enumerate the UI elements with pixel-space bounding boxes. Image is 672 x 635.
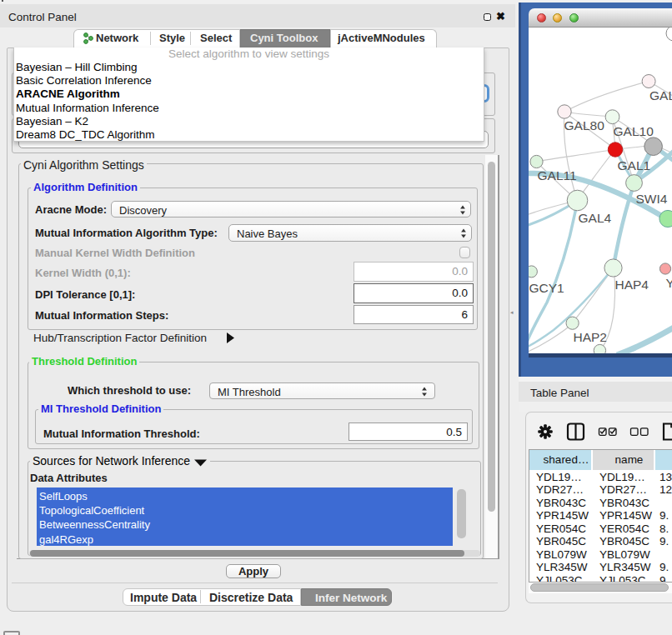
svg-text:GAL1: GAL1 — [618, 158, 651, 172]
svg-text:HAP2: HAP2 — [574, 330, 608, 344]
svg-text:SWI4: SWI4 — [636, 192, 668, 206]
svg-text:Y: Y — [666, 276, 672, 290]
svg-text:HAP4: HAP4 — [615, 278, 649, 292]
svg-text:GAL2: GAL2 — [649, 88, 672, 102]
svg-text:GAL10: GAL10 — [614, 124, 654, 138]
svg-text:GAL4: GAL4 — [579, 211, 612, 225]
svg-text:GAL11: GAL11 — [538, 168, 577, 182]
svg-text:GAL80: GAL80 — [564, 118, 605, 132]
svg-text:GCY1: GCY1 — [529, 281, 564, 295]
